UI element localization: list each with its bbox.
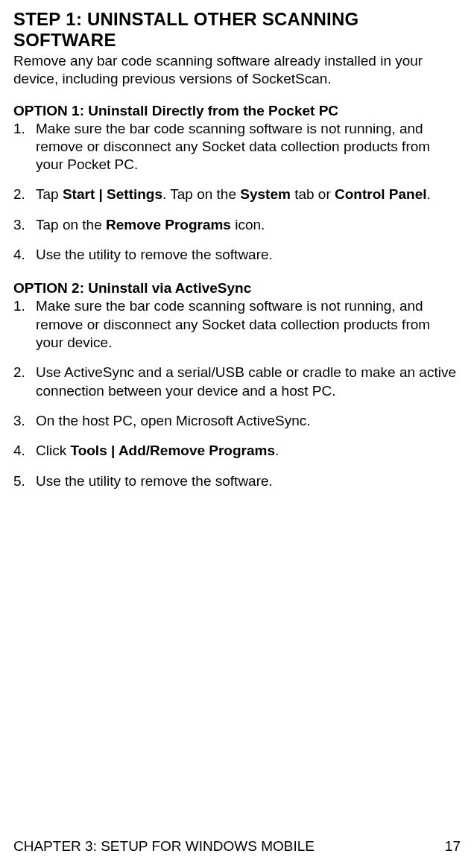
list-item: Use the utility to remove the software.	[13, 246, 461, 264]
page-content: STEP 1: UNINSTALL OTHER SCANNING SOFTWAR…	[13, 9, 461, 834]
list-item: Use the utility to remove the software.	[13, 472, 461, 490]
list-item: Make sure the bar code scanning software…	[13, 297, 461, 352]
list-item: Tap Start | Settings. Tap on the System …	[13, 186, 461, 203]
page-number: 17	[445, 838, 461, 855]
chapter-label: CHAPTER 3: SETUP FOR WINDOWS MOBILE	[13, 838, 315, 855]
option1-list: Make sure the bar code scanning software…	[13, 120, 461, 264]
list-item: Make sure the bar code scanning software…	[13, 120, 461, 174]
page-footer: CHAPTER 3: SETUP FOR WINDOWS MOBILE 17	[13, 834, 461, 855]
list-item: On the host PC, open Microsoft ActiveSyn…	[13, 412, 461, 430]
option2-title: OPTION 2: Uninstall via ActiveSync	[13, 280, 461, 297]
list-item: Use ActiveSync and a serial/USB cable or…	[13, 364, 461, 400]
list-item: Tap on the Remove Programs icon.	[13, 216, 461, 234]
option1-title: OPTION 1: Uninstall Directly from the Po…	[13, 103, 461, 119]
list-item: Click Tools | Add/Remove Programs.	[13, 442, 461, 460]
intro-paragraph: Remove any bar code scanning software al…	[13, 52, 461, 88]
step-heading: STEP 1: UNINSTALL OTHER SCANNING SOFTWAR…	[13, 9, 461, 51]
option2-list: Make sure the bar code scanning software…	[13, 297, 461, 490]
